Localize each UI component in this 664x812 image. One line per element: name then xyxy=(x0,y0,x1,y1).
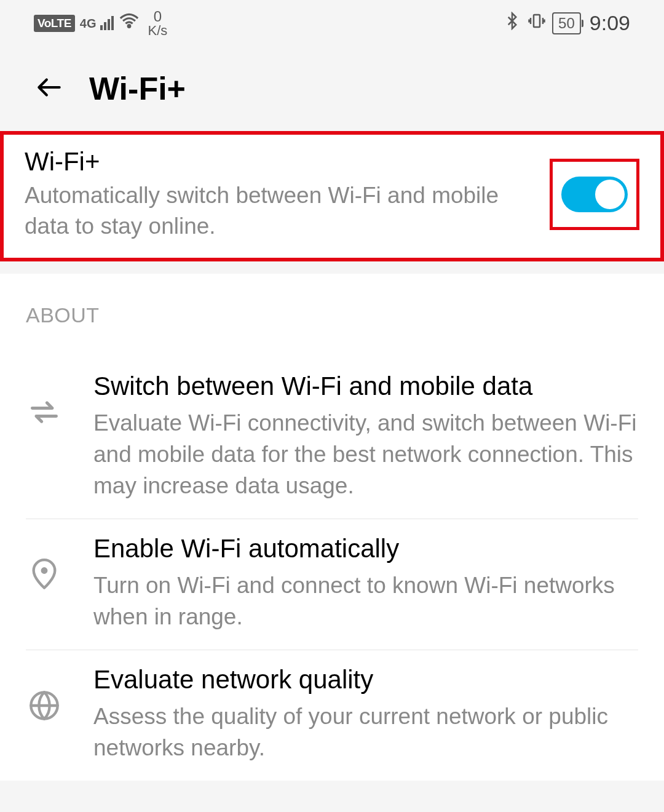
page-title: Wi-Fi+ xyxy=(89,70,186,107)
back-button[interactable] xyxy=(34,72,65,105)
clock: 9:09 xyxy=(590,11,630,35)
status-bar: VoLTE 4G 0 K/s xyxy=(0,0,664,46)
about-heading: ABOUT xyxy=(26,303,638,327)
wifi-plus-toggle-title: Wi-Fi+ xyxy=(25,147,537,177)
wifi-plus-toggle-description: Automatically switch between Wi-Fi and m… xyxy=(25,180,537,242)
about-item-description: Evaluate Wi-Fi connectivity, and switch … xyxy=(93,407,638,501)
about-section: ABOUT Switch between Wi-Fi and mobile da… xyxy=(0,274,664,781)
volte-indicator: VoLTE xyxy=(34,15,75,32)
data-rate-indicator: 0 K/s xyxy=(148,9,168,38)
status-left: VoLTE 4G 0 K/s xyxy=(34,9,167,38)
bluetooth-icon xyxy=(503,12,521,34)
status-right: 50 9:09 xyxy=(503,11,630,35)
about-item-description: Assess the quality of your current netwo… xyxy=(93,701,638,763)
about-item-switch-data: Switch between Wi-Fi and mobile data Eva… xyxy=(26,357,638,519)
swap-arrows-icon xyxy=(26,372,63,428)
page-header: Wi-Fi+ xyxy=(0,46,664,131)
section-divider xyxy=(0,261,664,274)
signal-strength-icon xyxy=(100,16,114,30)
about-item-title: Enable Wi-Fi automatically xyxy=(93,534,638,563)
network-type-indicator: 4G xyxy=(80,17,97,30)
toggle-highlight xyxy=(550,159,639,230)
about-item-auto-wifi: Enable Wi-Fi automatically Turn on Wi-Fi… xyxy=(26,519,638,650)
svg-point-0 xyxy=(128,25,130,28)
location-pin-icon xyxy=(26,534,63,591)
globe-icon xyxy=(26,665,63,722)
about-item-title: Switch between Wi-Fi and mobile data xyxy=(93,372,638,401)
about-item-title: Evaluate network quality xyxy=(93,665,638,695)
wifi-plus-toggle-row[interactable]: Wi-Fi+ Automatically switch between Wi-F… xyxy=(0,131,664,261)
about-item-description: Turn on Wi-Fi and connect to known Wi-Fi… xyxy=(93,570,638,632)
about-item-evaluate-quality: Evaluate network quality Assess the qual… xyxy=(26,650,638,781)
wifi-icon xyxy=(119,10,140,36)
svg-point-2 xyxy=(42,568,47,573)
battery-indicator: 50 xyxy=(552,12,581,34)
wifi-plus-toggle-text: Wi-Fi+ Automatically switch between Wi-F… xyxy=(25,147,550,242)
wifi-plus-toggle-switch[interactable] xyxy=(561,177,628,212)
svg-rect-1 xyxy=(534,15,540,27)
vibrate-icon xyxy=(528,12,546,34)
